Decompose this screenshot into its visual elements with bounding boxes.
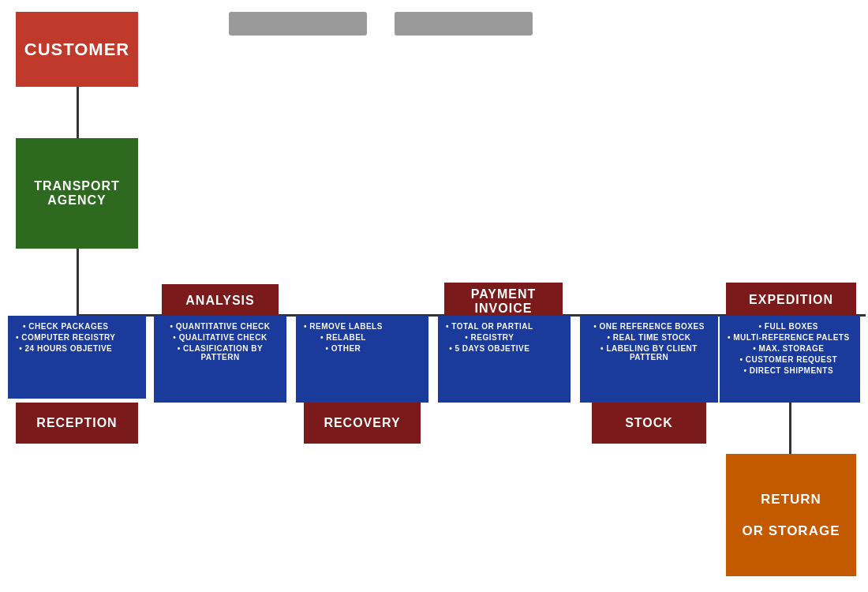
gray-bar-1 (229, 12, 367, 36)
expedition-bullet-1: FULL BOXES (728, 322, 850, 331)
reception-info-list: CHECK PACKAGES COMPUTER REGISTRY 24 HOUR… (16, 322, 116, 355)
payment-bullet-2: REGISTRY (446, 333, 533, 342)
recovery-bullet-3: OTHER (304, 344, 383, 353)
stock-bullet-3: LABELING BY CLIENT PATTERN (588, 344, 710, 362)
recovery-info-list: REMOVE LABELS RELABEL OTHER (304, 322, 383, 355)
analysis-bullet-2: QUALITATIVE CHECK (162, 333, 279, 342)
payment-node: PAYMENTINVOICE (444, 283, 563, 320)
expedition-bullet-4: CUSTOMER REQUEST (728, 355, 850, 364)
analysis-info-list: QUANTITATIVE CHECK QUALITATIVE CHECK CLA… (162, 322, 279, 364)
expedition-bullet-2: MULTI-REFERENCE PALETS (728, 333, 850, 342)
stock-node: STOCK (592, 403, 706, 444)
reception-info-node: CHECK PACKAGES COMPUTER REGISTRY 24 HOUR… (8, 316, 146, 399)
conn-customer-transport (77, 87, 79, 138)
analysis-info-node: QUANTITATIVE CHECK QUALITATIVE CHECK CLA… (154, 316, 286, 403)
expedition-label: EXPEDITION (749, 293, 833, 307)
payment-info-list: TOTAL OR PARTIAL REGISTRY 5 DAYS OBJETIV… (446, 322, 533, 355)
customer-node: CUSTOMER (16, 12, 138, 87)
analysis-bullet-3: CLASIFICATION BY PATTERN (162, 344, 279, 362)
analysis-label: ANALYSIS (185, 294, 254, 308)
payment-info-node: TOTAL OR PARTIAL REGISTRY 5 DAYS OBJETIV… (438, 316, 571, 403)
stock-bullet-2: REAL TIME STOCK (588, 333, 710, 342)
payment-bullet-3: 5 DAYS OBJETIVE (446, 344, 533, 353)
stock-info-list: ONE REFERENCE BOXES REAL TIME STOCK LABE… (588, 322, 710, 364)
stock-bullet-1: ONE REFERENCE BOXES (588, 322, 710, 331)
reception-node: RECEPTION (16, 403, 138, 444)
recovery-bullet-1: REMOVE LABELS (304, 322, 383, 331)
customer-label: CUSTOMER (24, 39, 130, 60)
reception-bullet-2: COMPUTER REGISTRY (16, 333, 116, 342)
stock-info-node: ONE REFERENCE BOXES REAL TIME STOCK LABE… (580, 316, 718, 403)
conn-transport-down (77, 249, 79, 316)
expedition-node: EXPEDITION (726, 283, 856, 317)
reception-label: RECEPTION (36, 416, 117, 430)
transport-label: TRANSPORTAGENCY (34, 179, 120, 208)
recovery-label: RECOVERY (324, 416, 400, 430)
transport-node: TRANSPORTAGENCY (16, 138, 138, 249)
analysis-node: ANALYSIS (162, 284, 279, 317)
recovery-info-node: REMOVE LABELS RELABEL OTHER (296, 316, 428, 403)
return-storage-node: RETURNOR STORAGE (726, 454, 856, 576)
return-storage-label: RETURNOR STORAGE (743, 492, 840, 539)
reception-bullet-1: CHECK PACKAGES (16, 322, 116, 331)
expedition-bullet-5: DIRECT SHIPMENTS (728, 366, 850, 375)
expedition-bullet-3: MAX. STORAGE (728, 344, 850, 353)
expedition-info-list: FULL BOXES MULTI-REFERENCE PALETS MAX. S… (728, 322, 850, 377)
recovery-bullet-2: RELABEL (304, 333, 383, 342)
diagram: CUSTOMER TRANSPORTAGENCY CHECK PACKAGES … (0, 0, 868, 592)
payment-label: PAYMENTINVOICE (471, 287, 537, 316)
payment-bullet-1: TOTAL OR PARTIAL (446, 322, 533, 331)
gray-bar-2 (395, 12, 533, 36)
analysis-bullet-1: QUANTITATIVE CHECK (162, 322, 279, 331)
expedition-info-node: FULL BOXES MULTI-REFERENCE PALETS MAX. S… (720, 316, 860, 403)
conn-expedition-return (789, 403, 791, 454)
stock-label: STOCK (625, 416, 673, 430)
reception-bullet-3: 24 HOURS OBJETIVE (16, 344, 116, 353)
recovery-node: RECOVERY (304, 403, 421, 444)
